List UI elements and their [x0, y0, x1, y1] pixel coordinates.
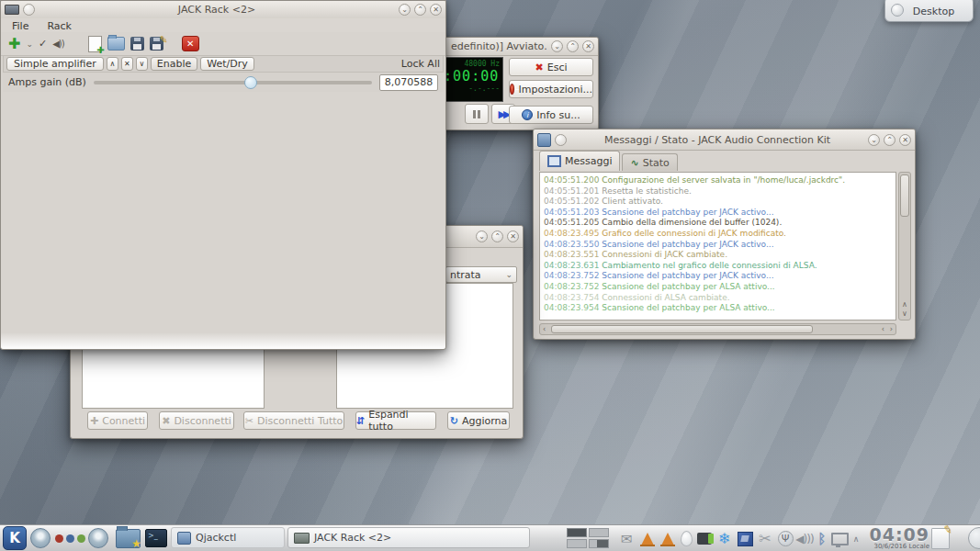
save-rack-as-button[interactable]: ✎	[150, 37, 163, 51]
pager-desktop-3[interactable]	[567, 539, 587, 548]
terminal-launcher[interactable]: >_	[145, 525, 167, 551]
scroll-left2-icon[interactable]: ‹	[882, 326, 884, 333]
hscroll-thumb[interactable]	[551, 325, 813, 333]
scroll-up-icon[interactable]: ∧	[902, 301, 907, 309]
blue-app-tray-icon[interactable]	[736, 530, 754, 547]
kmenu-button[interactable]: K	[3, 525, 27, 551]
message-log[interactable]: 04:05:51.200 Configurazione del server s…	[539, 172, 896, 320]
settings-icon	[510, 84, 514, 95]
expand-all-button[interactable]: ⇵ Espandi tutto	[355, 411, 436, 430]
scroll-left-icon[interactable]: ‹	[543, 326, 546, 333]
volume-tray-icon[interactable]: ◀)))	[795, 530, 814, 547]
titlebar-menu-button[interactable]	[23, 4, 35, 16]
add-plugin-menu-icon[interactable]: ⌄	[26, 35, 33, 53]
expand-all-icon: ⇵	[356, 415, 365, 427]
usb-device-tray-icon[interactable]: Ψ	[776, 530, 794, 547]
save-rack-button[interactable]	[130, 37, 144, 51]
pager-desktop-4[interactable]	[589, 539, 609, 548]
move-up-button[interactable]: ∧	[107, 57, 118, 71]
maximize-button[interactable]: ⌃	[567, 40, 579, 52]
scroll-down-icon[interactable]: ∨	[902, 310, 907, 318]
refresh-button[interactable]: ↻ Aggiorna	[447, 411, 510, 430]
color-dots-icon[interactable]	[55, 525, 85, 551]
klipper-tray-icon[interactable]: ✂	[756, 530, 774, 547]
jack-rack-titlebar[interactable]: JACK Rack <2> ⌄ ⌃ ✕	[1, 1, 445, 19]
disconnect-button[interactable]: ✖ Disconnetti	[159, 411, 234, 430]
connect-button[interactable]: ✚ Connetti	[87, 411, 148, 430]
minimize-button[interactable]: ⌄	[399, 4, 411, 16]
printer-tray-icon[interactable]	[695, 530, 714, 547]
desktop-toolbox[interactable]: Desktop	[884, 0, 974, 22]
connections-filter-dropdown[interactable]: ntrata ⌄	[445, 266, 517, 283]
wetdry-toggle[interactable]: Wet/Dry	[200, 57, 254, 71]
remove-plugin-button[interactable]: ✕	[121, 57, 133, 71]
menu-rack[interactable]: Rack	[47, 20, 72, 32]
taskbar: K ★ >_ Qjackctl JACK Rack <2>	[0, 524, 980, 551]
horizontal-scrollbar[interactable]: ‹ ‹ ›	[539, 323, 896, 335]
parameter-row: Amps gain (dB) 8,070588	[3, 73, 444, 92]
slider-handle[interactable]	[244, 76, 257, 89]
desktop-pager[interactable]	[567, 528, 609, 548]
plugin-selector-button[interactable]: Simple amplifier	[6, 57, 104, 71]
tray-expander[interactable]: ∧	[850, 530, 862, 547]
gain-slider[interactable]	[94, 81, 372, 84]
maximize-button[interactable]: ⌃	[414, 4, 426, 16]
task-jack-rack[interactable]: JACK Rack <2>	[287, 527, 530, 548]
add-plugin-button[interactable]: ✚	[8, 35, 20, 53]
close-button[interactable]: ✕	[582, 40, 594, 52]
scroll-right-icon[interactable]: ›	[890, 326, 893, 333]
menu-file[interactable]: File	[12, 20, 28, 32]
tab-stato[interactable]: ∿ Stato	[622, 153, 677, 171]
messages-titlebar[interactable]: Messaggi / Stato - JACK Audio Connection…	[534, 129, 915, 151]
vlc-tray-icon-2[interactable]	[659, 530, 677, 547]
vscroll-thumb[interactable]	[900, 174, 909, 217]
channels-check-icon[interactable]: ✓	[39, 35, 47, 53]
egg-icon	[681, 531, 693, 546]
open-rack-button[interactable]	[107, 35, 125, 53]
quit-rack-button[interactable]: ✕	[182, 36, 199, 51]
minimize-button[interactable]: ⌄	[476, 231, 488, 242]
pager-desktop-1[interactable]	[567, 528, 587, 537]
tab-messaggi[interactable]: Messaggi	[539, 151, 620, 171]
maximize-button[interactable]: ⌃	[491, 231, 503, 242]
speaker-icon[interactable]: ◀))	[52, 35, 64, 53]
bluetooth-tray-icon[interactable]: ᛒ	[816, 530, 828, 547]
new-rack-button[interactable]: ✚	[88, 36, 102, 52]
pause-button[interactable]	[465, 104, 489, 124]
lock-all-label[interactable]: Lock All	[401, 58, 440, 70]
network-tray-icon[interactable]	[830, 530, 849, 547]
minimize-button[interactable]: ⌄	[551, 40, 563, 52]
browser-launcher-2[interactable]	[88, 525, 108, 551]
about-button[interactable]: i Info su...	[509, 106, 593, 124]
quit-button[interactable]: ✖ Esci	[509, 58, 593, 76]
notes-widget[interactable]: ✎	[931, 525, 950, 551]
browser-launcher[interactable]	[30, 525, 51, 551]
close-button[interactable]: ✕	[430, 4, 442, 16]
panel-cashew[interactable]	[963, 525, 980, 551]
digital-clock[interactable]: 04:09 30/6/2016 Locale	[867, 525, 929, 551]
pager-desktop-2[interactable]	[589, 528, 609, 537]
disconnect-all-button[interactable]: ✂ Disconnetti Tutto	[243, 411, 344, 430]
notifier-tray-icon[interactable]	[679, 530, 693, 547]
settings-button[interactable]: Impostazioni...	[509, 80, 593, 98]
minimize-button[interactable]: ⌄	[868, 134, 880, 146]
close-button[interactable]: ✕	[507, 231, 519, 242]
jack-rack-app-icon	[5, 5, 19, 15]
vlc-tray-icon[interactable]	[638, 530, 657, 547]
task-qjackctl[interactable]: Qjackctl	[171, 527, 285, 548]
messages-tab-icon	[547, 155, 561, 167]
mail-tray-icon[interactable]: ✉	[617, 530, 636, 547]
move-down-button[interactable]: ∨	[136, 57, 148, 71]
log-entry: 04:05:51.203 Scansione del patchbay per …	[544, 208, 892, 219]
file-manager-launcher[interactable]: ★	[116, 525, 141, 551]
gain-value-field[interactable]: 8,070588	[379, 74, 438, 91]
maximize-button[interactable]: ⌃	[884, 134, 896, 146]
connect-icon: ✚	[90, 415, 98, 427]
button-label: Espandi tutto	[368, 409, 435, 433]
enable-toggle[interactable]: Enable	[151, 57, 197, 71]
vertical-scrollbar[interactable]: ∧ ∨	[898, 172, 911, 320]
chromium-icon	[30, 528, 51, 548]
titlebar-menu-button[interactable]	[555, 134, 567, 146]
network-manager-tray-icon[interactable]: ❄	[715, 530, 734, 547]
close-button[interactable]: ✕	[899, 134, 911, 146]
